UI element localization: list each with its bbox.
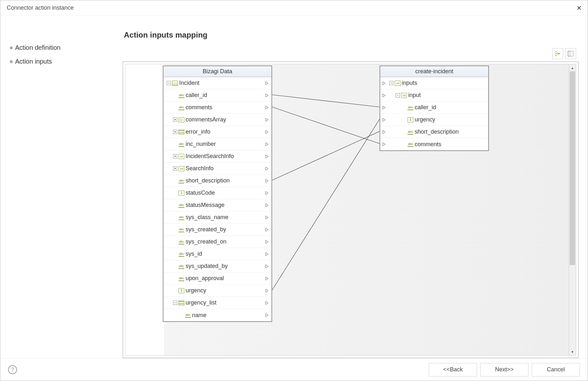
scroll-track[interactable] xyxy=(569,71,576,348)
output-port[interactable] xyxy=(265,203,270,208)
window-title: Connector action instance xyxy=(7,4,74,11)
expand-toggle[interactable]: + xyxy=(173,154,177,158)
help-button[interactable]: ? xyxy=(8,365,17,374)
main-panel: Action inputs mapping Bizagi Data xyxy=(123,25,588,358)
output-port[interactable] xyxy=(265,93,270,98)
tree-row[interactable]: 1statusCode xyxy=(163,187,271,199)
collection-icon: ▭ xyxy=(179,166,184,171)
input-port[interactable] xyxy=(382,81,387,85)
text-type-icon: abc xyxy=(179,264,184,269)
tree-row[interactable]: abcshort_description xyxy=(380,126,488,138)
mapper-canvas[interactable]: Bizagi Data −Incident abccaller_id abcco… xyxy=(125,64,576,356)
tree-row[interactable]: −urgency_list xyxy=(163,297,271,309)
output-port[interactable] xyxy=(265,264,270,269)
auto-map-button[interactable] xyxy=(552,48,563,59)
nav-action-inputs[interactable]: Action inputs xyxy=(10,55,123,68)
output-port[interactable] xyxy=(265,130,270,134)
tree-row[interactable]: abcsys_created_on xyxy=(163,236,271,248)
input-port[interactable] xyxy=(382,105,387,110)
tree-row[interactable]: abccomments xyxy=(380,138,488,150)
tree-row[interactable]: abccaller_id xyxy=(380,102,488,114)
tree-row[interactable]: abcname xyxy=(163,309,271,321)
tree-row[interactable]: abccaller_id xyxy=(163,89,271,102)
tree-row[interactable]: +▭IncidentSearchInfo xyxy=(163,150,271,163)
output-port[interactable] xyxy=(265,301,270,305)
text-type-icon: abc xyxy=(185,313,191,318)
expand-toggle[interactable]: − xyxy=(389,81,393,85)
text-type-icon: abc xyxy=(179,203,184,208)
text-type-icon: abc xyxy=(179,93,184,98)
tree-row[interactable]: abccomments xyxy=(163,102,271,114)
tree-row[interactable]: abcshort_description xyxy=(163,175,271,187)
tree-row[interactable]: abcsys_class_name xyxy=(163,211,271,224)
output-port[interactable] xyxy=(265,288,270,293)
output-port[interactable] xyxy=(265,154,270,159)
tree-row[interactable]: 1urgency xyxy=(380,114,488,126)
collection-icon: ▭ xyxy=(179,154,184,159)
tree-row[interactable]: +commentsArray xyxy=(163,114,271,126)
target-tree: create-incident −▭inputs −▭input abccall… xyxy=(380,66,489,151)
tree-row[interactable]: abcsys_id xyxy=(163,248,271,260)
next-button[interactable]: Next>> xyxy=(480,363,528,377)
close-icon[interactable]: ✕ xyxy=(576,4,582,12)
output-port[interactable] xyxy=(265,166,270,171)
input-port[interactable] xyxy=(382,142,387,146)
cancel-button[interactable]: Cancel xyxy=(532,363,580,377)
layout-button[interactable] xyxy=(565,48,576,59)
output-port[interactable] xyxy=(265,227,270,232)
diamond-icon xyxy=(9,60,13,63)
output-port[interactable] xyxy=(265,81,270,85)
expand-toggle[interactable]: + xyxy=(173,118,177,122)
diamond-icon xyxy=(9,46,13,49)
back-button[interactable]: <<Back xyxy=(429,363,477,377)
tree-row[interactable]: abcupon_approval xyxy=(163,272,271,285)
scroll-down-icon[interactable]: ▼ xyxy=(569,348,576,355)
output-port[interactable] xyxy=(265,179,270,183)
collection-icon: ▭ xyxy=(401,93,407,98)
number-type-icon: 1 xyxy=(179,288,184,293)
tree-row[interactable]: +error_info xyxy=(163,126,271,138)
scroll-thumb[interactable] xyxy=(570,71,575,265)
expand-toggle[interactable]: + xyxy=(173,166,177,171)
number-type-icon: 1 xyxy=(179,191,184,196)
mapper-toolbar xyxy=(123,46,579,61)
expand-toggle[interactable]: − xyxy=(167,81,171,85)
output-port[interactable] xyxy=(265,240,270,244)
output-port[interactable] xyxy=(265,276,270,281)
tree-row[interactable]: −Incident xyxy=(163,77,271,89)
output-port[interactable] xyxy=(265,142,270,146)
input-port[interactable] xyxy=(382,93,387,98)
collection-icon: ▭ xyxy=(395,81,400,86)
expand-toggle[interactable]: − xyxy=(173,301,177,305)
expand-toggle[interactable]: + xyxy=(173,130,177,134)
footer: ? <<Back Next>> Cancel xyxy=(0,358,588,381)
tree-row[interactable]: −▭input xyxy=(380,89,488,102)
tree-row[interactable]: abcsys_created_by xyxy=(163,224,271,236)
entity-icon xyxy=(172,81,178,86)
tree-row-label: sys_class_name xyxy=(186,214,228,221)
output-port[interactable] xyxy=(265,118,270,122)
expand-toggle[interactable]: − xyxy=(396,93,400,97)
sidebar: Action definition Action inputs xyxy=(0,25,123,358)
output-port[interactable] xyxy=(265,252,270,256)
scroll-up-icon[interactable]: ▲ xyxy=(569,64,576,71)
vertical-scrollbar[interactable]: ▲ ▼ xyxy=(569,64,576,355)
output-port[interactable] xyxy=(265,191,270,195)
output-port[interactable] xyxy=(265,215,270,220)
svg-line-6 xyxy=(272,107,380,144)
input-port[interactable] xyxy=(382,118,387,122)
tree-row-label: short_description xyxy=(415,128,459,135)
tree-row[interactable]: −▭inputs xyxy=(380,77,488,89)
tree-row[interactable]: abcsys_updated_by xyxy=(163,260,271,272)
output-port[interactable] xyxy=(265,105,270,110)
input-port[interactable] xyxy=(382,130,387,134)
nav-action-definition[interactable]: Action definition xyxy=(10,41,123,55)
titlebar: Connector action instance ✕ xyxy=(0,0,588,16)
tree-row[interactable]: abcinc_number xyxy=(163,138,271,150)
tree-row[interactable]: abcstatusMessage xyxy=(163,199,271,211)
svg-point-2 xyxy=(556,55,556,56)
output-port[interactable] xyxy=(265,313,270,317)
tree-row[interactable]: 1urgency xyxy=(163,285,271,297)
content-area: Action definition Action inputs Action i… xyxy=(0,16,588,358)
tree-row[interactable]: +▭SearchInfo xyxy=(163,163,271,175)
